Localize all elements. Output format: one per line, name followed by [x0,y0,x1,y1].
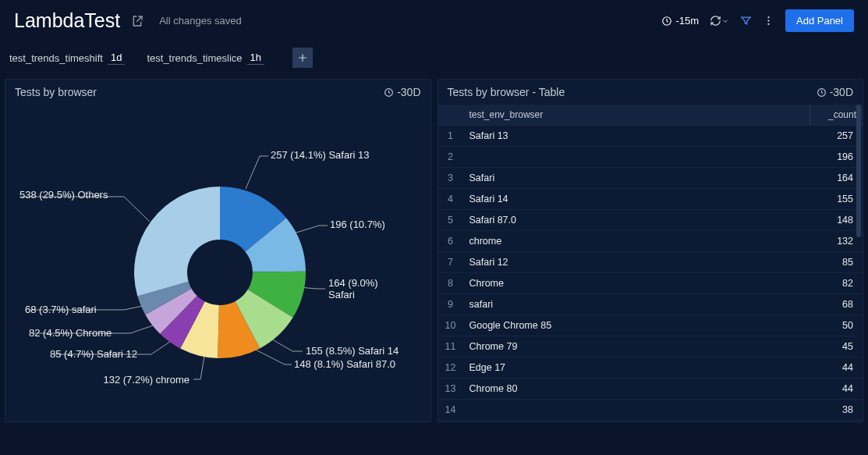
clock-icon [384,87,394,98]
panels-container: Tests by browser -30D [0,79,868,422]
row-browser: Safari 14 [463,194,810,204]
row-count: 148 [810,215,863,226]
variable-row: test_trends_timeshift 1d test_trends_tim… [0,41,868,79]
row-count: 44 [810,362,863,373]
donut-svg [126,179,314,366]
table-row[interactable]: 5Safari 87.0148 [438,210,863,231]
table-row[interactable]: 1438 [438,400,863,421]
column-index [438,105,463,125]
donut-chart[interactable]: 257 (14.1%) Safari 13 538 (29.5%) Others… [5,105,430,421]
row-index: 4 [438,194,463,204]
share-icon[interactable] [131,15,143,27]
svg-point-3 [767,23,769,25]
svg-point-1 [767,16,769,18]
slice-label-safari12: 85 (4.7%) Safari 12 [50,348,137,360]
refresh-button[interactable] [710,15,729,27]
variable-timeslice[interactable]: test_trends_timeslice 1h [147,51,264,65]
table-row[interactable]: 1Safari 13257 [438,126,863,147]
row-index: 8 [438,278,463,289]
row-count: 257 [810,130,863,141]
save-status: All changes saved [159,15,242,27]
header-right: -15m Add Panel [661,9,854,32]
time-range-picker[interactable]: -15m [661,15,699,27]
row-browser: Edge 17 [463,362,810,373]
row-browser: Safari 13 [463,130,810,141]
slice-label-safari-b: Safari [328,289,355,300]
panel-body: 257 (14.1%) Safari 13 538 (29.5%) Others… [5,105,430,421]
slice-label-safari870: 148 (8.1%) Safari 87.0 [294,358,395,370]
row-count: 38 [810,404,863,415]
slice-label-blank: 196 (10.7%) [330,219,385,230]
row-count: 85 [810,257,863,268]
row-index: 14 [438,404,463,415]
add-variable-button[interactable] [292,48,313,68]
row-browser: chrome [463,236,810,247]
row-count: 196 [810,151,863,162]
slice-label-safari-lc: 68 (3.7%) safari [25,304,97,315]
row-count: 82 [810,278,863,289]
table-row[interactable]: 9safari68 [438,294,863,315]
slice-label-others: 538 (29.5%) Others [19,189,108,201]
table-row[interactable]: 10Google Chrome 8550 [438,315,863,336]
row-browser: safari [463,299,810,310]
variable-label: test_trends_timeshift [9,52,103,64]
plus-icon [297,52,308,63]
add-panel-button[interactable]: Add Panel [785,9,854,32]
row-index: 7 [438,257,463,268]
table-row[interactable]: 7Safari 1285 [438,252,863,273]
chevron-down-icon [721,17,729,25]
row-index: 12 [438,362,463,373]
row-index: 5 [438,215,463,226]
donut-slice[interactable] [134,187,220,297]
table-body[interactable]: 1Safari 1325721963Safari1644Safari 14155… [438,126,863,421]
column-count[interactable]: _count [810,105,863,125]
row-count: 164 [810,172,863,183]
table-row[interactable]: 3Safari164 [438,168,863,189]
table-row[interactable]: 4Safari 14155 [438,189,863,210]
panel-header: Tests by browser -30D [5,80,430,105]
panel-title: Tests by browser - Table [448,86,565,98]
row-count: 68 [810,299,863,310]
row-browser: Safari 87.0 [463,215,810,226]
more-menu-button[interactable] [763,15,774,27]
panel-tests-by-browser: Tests by browser -30D [5,79,431,422]
table-row[interactable]: 2196 [438,147,863,168]
filter-button[interactable] [740,15,752,27]
table-row[interactable]: 12Edge 1744 [438,357,863,379]
row-browser: Google Chrome 85 [463,320,810,331]
row-browser: Safari [463,172,810,183]
row-browser: Chrome 79 [463,341,810,352]
variable-value[interactable]: 1d [108,51,125,65]
panel-body: test_env_browser _count 1Safari 13257219… [438,105,863,421]
row-count: 50 [810,320,863,331]
row-browser: Chrome [463,278,810,289]
scrollbar-thumb[interactable] [856,105,861,237]
panel-title: Tests by browser [15,86,97,98]
row-index: 10 [438,320,463,331]
row-count: 155 [810,194,863,204]
row-index: 9 [438,299,463,310]
row-index: 3 [438,172,463,183]
row-index: 13 [438,383,463,394]
column-browser[interactable]: test_env_browser [463,105,810,125]
row-index: 1 [438,130,463,141]
row-index: 11 [438,341,463,352]
variable-label: test_trends_timeslice [147,52,242,64]
table-row[interactable]: 13Chrome 8044 [438,379,863,400]
row-count: 45 [810,341,863,352]
row-index: 2 [438,151,463,162]
clock-icon [661,16,672,27]
variable-value[interactable]: 1h [247,51,264,65]
row-browser: Chrome 80 [463,383,810,394]
panel-tests-by-browser-table: Tests by browser - Table -30D test_env_b… [438,79,864,422]
slice-label-safari13: 257 (14.1%) Safari 13 [271,149,369,161]
slice-label-chrome-uc: 82 (4.5%) Chrome [29,327,112,339]
table-header: test_env_browser _count [438,105,863,126]
variable-timeshift[interactable]: test_trends_timeshift 1d [9,51,125,65]
table-row[interactable]: 8Chrome82 [438,273,863,294]
table-row[interactable]: 11Chrome 7945 [438,336,863,357]
table-row[interactable]: 6chrome132 [438,231,863,252]
svg-point-2 [767,20,769,21]
page-title: LambdaTest [14,9,120,32]
time-range-value: -15m [675,15,699,27]
